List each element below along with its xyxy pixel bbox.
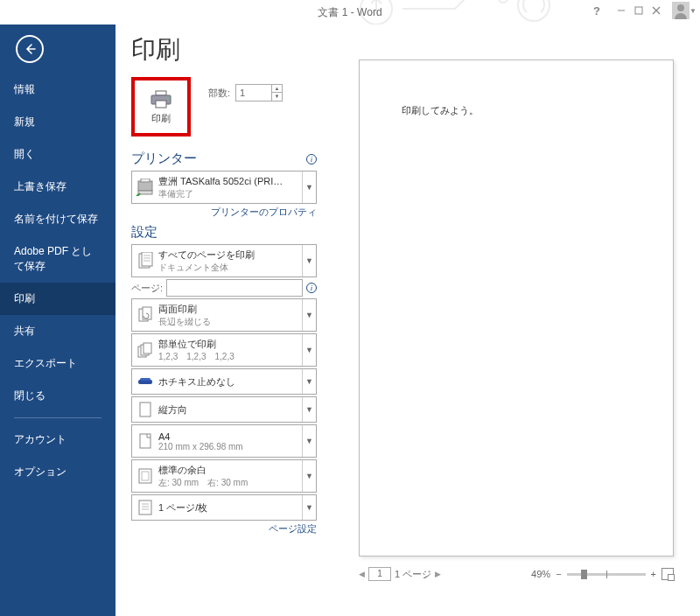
svg-rect-13 xyxy=(138,191,152,194)
sidebar-item-print[interactable]: 印刷 xyxy=(0,283,116,315)
chevron-down-icon: ▼ xyxy=(302,397,316,422)
pages-info-icon[interactable]: i xyxy=(306,283,317,293)
sidebar-item-info[interactable]: 情報 xyxy=(0,74,116,106)
page-setup-link[interactable]: ページ設定 xyxy=(131,522,317,536)
chevron-down-icon: ▼ xyxy=(302,245,316,276)
svg-rect-7 xyxy=(156,91,166,95)
next-page-button[interactable]: ▶ xyxy=(435,570,441,578)
svg-rect-28 xyxy=(140,434,150,448)
chevron-down-icon: ▼ xyxy=(302,369,316,394)
zoom-in-button[interactable]: + xyxy=(651,569,656,579)
svg-rect-11 xyxy=(138,181,152,191)
sidebar-item-account[interactable]: アカウント xyxy=(0,424,116,456)
margins-icon xyxy=(132,468,158,484)
svg-rect-29 xyxy=(139,469,151,483)
sidebar-item-options[interactable]: オプション xyxy=(0,456,116,488)
per-sheet-icon xyxy=(132,500,158,515)
staple-icon xyxy=(132,376,158,387)
chevron-down-icon: ▼ xyxy=(302,425,316,457)
printer-icon xyxy=(149,89,173,110)
pages-input[interactable] xyxy=(166,279,303,297)
printer-device-icon xyxy=(132,178,158,196)
svg-rect-9 xyxy=(156,101,166,108)
svg-rect-16 xyxy=(142,252,152,266)
svg-rect-27 xyxy=(140,402,150,416)
print-preview-pane: 印刷してみよう。 ◀ 1 1 ページ ▶ 49% − + xyxy=(324,24,700,616)
collate-icon xyxy=(132,341,158,359)
print-settings-panel: 印刷 印刷 部数: 1 ▲▼ xyxy=(116,24,324,616)
close-button[interactable] xyxy=(648,2,665,19)
account-avatar[interactable] xyxy=(672,2,690,19)
printer-section-title: プリンター xyxy=(131,150,197,167)
help-button[interactable]: ? xyxy=(588,2,606,19)
print-button[interactable]: 印刷 xyxy=(136,82,186,131)
fit-to-window-button[interactable] xyxy=(662,568,674,580)
chevron-down-icon: ▼ xyxy=(302,172,316,203)
paper-icon xyxy=(132,433,158,449)
staple-dropdown[interactable]: ホチキス止めなし ▼ xyxy=(131,368,317,395)
back-button[interactable] xyxy=(16,35,44,63)
printer-properties-link[interactable]: プリンターのプロパティ xyxy=(131,206,317,219)
duplex-icon xyxy=(132,306,158,324)
chevron-down-icon: ▼ xyxy=(302,334,316,366)
chevron-down-icon: ▼ xyxy=(302,460,316,492)
orientation-icon xyxy=(132,402,158,417)
sidebar-item-close[interactable]: 閉じる xyxy=(0,380,116,412)
zoom-label: 49% xyxy=(531,569,550,579)
orientation-dropdown[interactable]: 縦方向 ▼ xyxy=(131,396,317,423)
svg-point-10 xyxy=(167,97,169,99)
maximize-button[interactable] xyxy=(630,2,648,19)
printer-status: 準備完了 xyxy=(158,188,302,200)
minimize-button[interactable] xyxy=(612,2,630,19)
preview-page: 印刷してみよう。 xyxy=(359,60,674,556)
print-button-highlight: 印刷 xyxy=(131,77,191,136)
printer-info-icon[interactable]: i xyxy=(306,154,317,164)
pages-icon xyxy=(132,252,158,270)
per-sheet-dropdown[interactable]: 1 ページ/枚 ▼ xyxy=(131,494,317,521)
svg-rect-12 xyxy=(141,178,150,182)
prev-page-button[interactable]: ◀ xyxy=(359,570,365,578)
collate-dropdown[interactable]: 部単位で印刷 1,2,3 1,2,3 1,2,3 ▼ xyxy=(131,333,317,367)
page-title: 印刷 xyxy=(131,33,317,66)
pages-label: ページ: xyxy=(131,282,163,295)
total-pages-label: 1 ページ xyxy=(395,568,431,581)
sidebar-item-open[interactable]: 開く xyxy=(0,138,116,171)
account-dropdown-icon[interactable]: ▼ xyxy=(690,7,696,15)
sidebar-item-saveas[interactable]: 名前を付けて保存 xyxy=(0,203,116,235)
sidebar-item-new[interactable]: 新規 xyxy=(0,106,116,138)
sidebar-separator xyxy=(14,417,102,418)
copies-value: 1 xyxy=(236,88,271,98)
svg-rect-31 xyxy=(139,500,151,514)
print-button-label: 印刷 xyxy=(151,112,171,125)
printer-name: 豊洲 TASKalfa 5052ci (PRI… xyxy=(158,175,302,188)
svg-rect-4 xyxy=(635,7,642,14)
settings-section-title: 設定 xyxy=(131,224,317,241)
sidebar-item-export[interactable]: エクスポート xyxy=(0,347,116,380)
zoom-slider[interactable] xyxy=(567,573,646,576)
zoom-out-button[interactable]: − xyxy=(556,569,561,579)
svg-rect-26 xyxy=(140,378,150,381)
chevron-down-icon: ▼ xyxy=(302,299,316,331)
margins-dropdown[interactable]: 標準の余白 左: 30 mm 右: 30 mm ▼ xyxy=(131,459,317,493)
titlebar: 文書 1 - Word ? ▼ xyxy=(0,0,700,24)
current-page-input[interactable]: 1 xyxy=(368,567,391,581)
sidebar-item-save[interactable]: 上書き保存 xyxy=(0,171,116,203)
sidebar-item-adobepdf[interactable]: Adobe PDF として保存 xyxy=(0,235,116,283)
duplex-dropdown[interactable]: 両面印刷 長辺を綴じる ▼ xyxy=(131,298,317,332)
paper-dropdown[interactable]: A4 210 mm x 296.98 mm ▼ xyxy=(131,424,317,458)
chevron-down-icon: ▼ xyxy=(302,495,316,520)
printer-dropdown[interactable]: 豊洲 TASKalfa 5052ci (PRI… 準備完了 ▼ xyxy=(131,171,317,204)
backstage-sidebar: 情報 新規 開く 上書き保存 名前を付けて保存 Adobe PDF として保存 … xyxy=(0,24,116,616)
copies-input[interactable]: 1 ▲▼ xyxy=(235,84,283,102)
copies-label: 部数: xyxy=(208,87,230,100)
svg-rect-24 xyxy=(144,343,151,354)
print-range-dropdown[interactable]: すべてのページを印刷 ドキュメント全体 ▼ xyxy=(131,244,317,277)
sidebar-item-share[interactable]: 共有 xyxy=(0,315,116,347)
preview-text: 印刷してみよう。 xyxy=(402,105,479,116)
svg-point-1 xyxy=(499,0,508,3)
copies-spinner[interactable]: ▲▼ xyxy=(271,85,282,101)
